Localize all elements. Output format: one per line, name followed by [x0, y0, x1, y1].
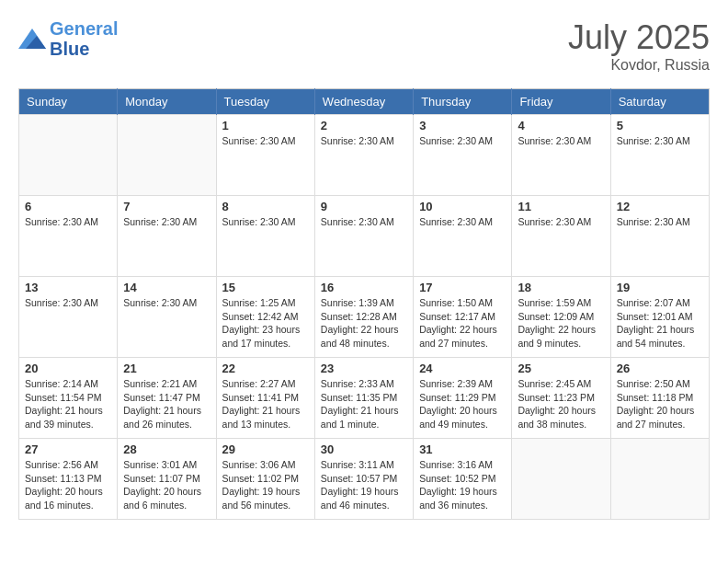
day-info: Sunrise: 2:30 AM: [617, 215, 703, 229]
day-number: 15: [222, 281, 309, 294]
day-number: 2: [321, 119, 407, 132]
calendar-cell: 17Sunrise: 1:50 AM Sunset: 12:17 AM Dayl…: [414, 277, 512, 358]
day-info: Sunrise: 2:27 AM Sunset: 11:41 PM Daylig…: [222, 377, 309, 431]
day-number: 27: [25, 442, 111, 456]
calendar-cell: 29Sunrise: 3:06 AM Sunset: 11:02 PM Dayl…: [216, 439, 314, 520]
day-info: Sunrise: 3:01 AM Sunset: 11:07 PM Daylig…: [123, 458, 210, 512]
calendar-cell: 9Sunrise: 2:30 AM: [314, 196, 413, 277]
day-info: Sunrise: 2:30 AM: [25, 215, 111, 229]
day-info: Sunrise: 3:16 AM Sunset: 10:52 PM Daylig…: [419, 458, 506, 512]
calendar-cell: 13Sunrise: 2:30 AM: [19, 277, 118, 358]
day-info: Sunrise: 2:45 AM Sunset: 11:23 PM Daylig…: [518, 377, 604, 431]
calendar-cell: 6Sunrise: 2:30 AM: [19, 196, 118, 277]
day-number: 11: [518, 200, 604, 213]
calendar-week-row: 20Sunrise: 2:14 AM Sunset: 11:54 PM Dayl…: [19, 358, 710, 439]
calendar-cell: 19Sunrise: 2:07 AM Sunset: 12:01 AM Dayl…: [610, 277, 709, 358]
calendar-cell: 24Sunrise: 2:39 AM Sunset: 11:29 PM Dayl…: [414, 358, 512, 439]
day-number: 17: [419, 281, 506, 294]
calendar-cell: 30Sunrise: 3:11 AM Sunset: 10:57 PM Dayl…: [314, 439, 413, 520]
calendar-cell: 1Sunrise: 2:30 AM: [216, 115, 314, 196]
day-number: 4: [518, 119, 604, 132]
day-info: Sunrise: 3:06 AM Sunset: 11:02 PM Daylig…: [222, 458, 309, 512]
calendar-cell: [512, 439, 610, 520]
weekday-header: Friday: [512, 89, 610, 115]
day-info: Sunrise: 2:14 AM Sunset: 11:54 PM Daylig…: [25, 377, 111, 431]
calendar-cell: 28Sunrise: 3:01 AM Sunset: 11:07 PM Dayl…: [118, 439, 216, 520]
calendar-cell: 22Sunrise: 2:27 AM Sunset: 11:41 PM Dayl…: [216, 358, 314, 439]
calendar-cell: 14Sunrise: 2:30 AM: [118, 277, 216, 358]
calendar-week-row: 13Sunrise: 2:30 AM14Sunrise: 2:30 AM15Su…: [19, 277, 710, 358]
calendar-cell: 5Sunrise: 2:30 AM: [610, 115, 709, 196]
day-number: 31: [419, 442, 506, 456]
day-number: 25: [518, 362, 604, 375]
day-info: Sunrise: 2:50 AM Sunset: 11:18 PM Daylig…: [617, 377, 703, 431]
day-info: Sunrise: 1:25 AM Sunset: 12:42 AM Daylig…: [222, 296, 309, 350]
calendar-cell: 26Sunrise: 2:50 AM Sunset: 11:18 PM Dayl…: [610, 358, 709, 439]
weekday-header: Monday: [118, 89, 216, 115]
day-number: 29: [222, 442, 309, 456]
day-info: Sunrise: 2:33 AM Sunset: 11:35 PM Daylig…: [321, 377, 407, 431]
day-info: Sunrise: 2:30 AM: [419, 134, 506, 148]
title-block: July 2025 Kovdor, Russia: [568, 18, 710, 74]
calendar-cell: 3Sunrise: 2:30 AM: [414, 115, 512, 196]
calendar-cell: 12Sunrise: 2:30 AM: [610, 196, 709, 277]
logo-text: General Blue: [50, 18, 118, 59]
day-info: Sunrise: 2:07 AM Sunset: 12:01 AM Daylig…: [617, 296, 703, 350]
weekday-header: Sunday: [19, 89, 118, 115]
day-info: Sunrise: 2:30 AM: [321, 215, 407, 229]
weekday-header: Tuesday: [216, 89, 314, 115]
logo-icon: [18, 29, 46, 49]
day-number: 19: [617, 281, 703, 294]
day-info: Sunrise: 2:30 AM: [123, 215, 210, 229]
weekday-header: Saturday: [610, 89, 709, 115]
day-number: 9: [321, 200, 407, 213]
location: Kovdor, Russia: [568, 57, 710, 74]
day-info: Sunrise: 2:30 AM: [321, 134, 407, 148]
day-number: 13: [25, 281, 111, 294]
calendar-cell: 4Sunrise: 2:30 AM: [512, 115, 610, 196]
calendar-cell: 23Sunrise: 2:33 AM Sunset: 11:35 PM Dayl…: [314, 358, 413, 439]
day-info: Sunrise: 3:11 AM Sunset: 10:57 PM Daylig…: [321, 458, 407, 512]
page-header: General Blue July 2025 Kovdor, Russia: [18, 18, 710, 74]
weekday-header: Thursday: [414, 89, 512, 115]
day-info: Sunrise: 1:50 AM Sunset: 12:17 AM Daylig…: [419, 296, 506, 350]
day-number: 16: [321, 281, 407, 294]
day-number: 8: [222, 200, 309, 213]
day-info: Sunrise: 2:30 AM: [222, 134, 309, 148]
calendar-cell: [610, 439, 709, 520]
day-number: 6: [25, 200, 111, 213]
calendar-week-row: 27Sunrise: 2:56 AM Sunset: 11:13 PM Dayl…: [19, 439, 710, 520]
calendar-cell: 21Sunrise: 2:21 AM Sunset: 11:47 PM Dayl…: [118, 358, 216, 439]
day-info: Sunrise: 2:30 AM: [222, 215, 309, 229]
calendar-cell: 18Sunrise: 1:59 AM Sunset: 12:09 AM Dayl…: [512, 277, 610, 358]
calendar-week-row: 6Sunrise: 2:30 AM7Sunrise: 2:30 AM8Sunri…: [19, 196, 710, 277]
day-info: Sunrise: 2:30 AM: [518, 215, 604, 229]
day-info: Sunrise: 2:39 AM Sunset: 11:29 PM Daylig…: [419, 377, 506, 431]
calendar-cell: 8Sunrise: 2:30 AM: [216, 196, 314, 277]
calendar-header-row: SundayMondayTuesdayWednesdayThursdayFrid…: [19, 89, 710, 115]
calendar-cell: 27Sunrise: 2:56 AM Sunset: 11:13 PM Dayl…: [19, 439, 118, 520]
month-year: July 2025: [568, 18, 710, 57]
calendar-cell: [118, 115, 216, 196]
day-info: Sunrise: 1:39 AM Sunset: 12:28 AM Daylig…: [321, 296, 407, 350]
day-info: Sunrise: 2:21 AM Sunset: 11:47 PM Daylig…: [123, 377, 210, 431]
day-number: 14: [123, 281, 210, 294]
day-info: Sunrise: 2:56 AM Sunset: 11:13 PM Daylig…: [25, 458, 111, 512]
day-number: 12: [617, 200, 703, 213]
calendar-cell: 10Sunrise: 2:30 AM: [414, 196, 512, 277]
calendar-cell: 31Sunrise: 3:16 AM Sunset: 10:52 PM Dayl…: [414, 439, 512, 520]
calendar-cell: 2Sunrise: 2:30 AM: [314, 115, 413, 196]
day-number: 5: [617, 119, 703, 132]
calendar-cell: 11Sunrise: 2:30 AM: [512, 196, 610, 277]
day-number: 28: [123, 442, 210, 456]
day-number: 23: [321, 362, 407, 375]
calendar-cell: 7Sunrise: 2:30 AM: [118, 196, 216, 277]
weekday-header: Wednesday: [314, 89, 413, 115]
day-number: 26: [617, 362, 703, 375]
calendar: SundayMondayTuesdayWednesdayThursdayFrid…: [18, 88, 710, 520]
calendar-cell: 25Sunrise: 2:45 AM Sunset: 11:23 PM Dayl…: [512, 358, 610, 439]
calendar-cell: 16Sunrise: 1:39 AM Sunset: 12:28 AM Dayl…: [314, 277, 413, 358]
day-info: Sunrise: 2:30 AM: [419, 215, 506, 229]
calendar-week-row: 1Sunrise: 2:30 AM2Sunrise: 2:30 AM3Sunri…: [19, 115, 710, 196]
day-number: 7: [123, 200, 210, 213]
